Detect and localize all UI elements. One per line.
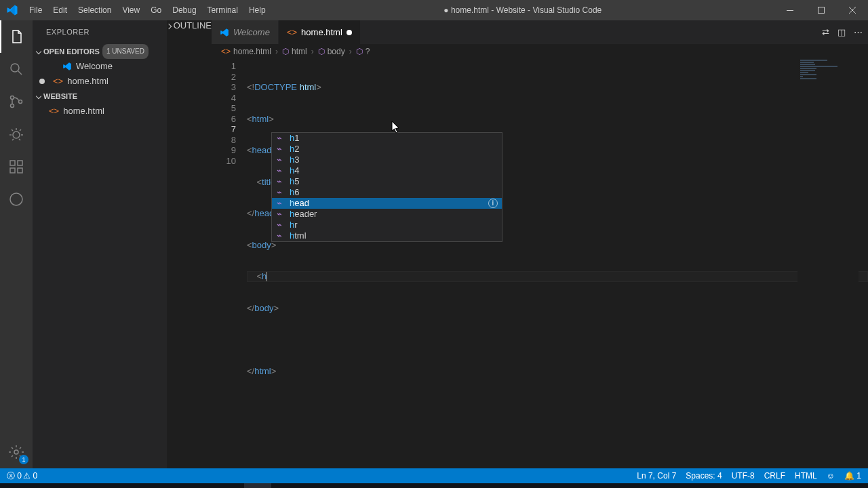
window-controls (774, 0, 868, 20)
snippet-icon: ⌁ (276, 209, 285, 220)
search-button[interactable] (27, 483, 54, 488)
feedback-icon[interactable]: ☺ (827, 471, 835, 481)
suggest-item[interactable]: ⌁h1 (272, 133, 502, 144)
suggest-item[interactable]: ⌁headi (272, 198, 502, 209)
suggest-item[interactable]: ⌁h6 (272, 187, 502, 198)
outline-header[interactable]: OUTLINE (167, 20, 212, 468)
suggest-item[interactable]: ⌁html (272, 230, 502, 241)
cortana-button[interactable] (54, 483, 81, 488)
activity-bar: 1 (0, 20, 33, 468)
svg-point-3 (11, 96, 14, 100)
edge-icon[interactable]: e (108, 483, 136, 488)
errors-indicator[interactable]: ⓧ 0 (7, 470, 22, 482)
breadcrumbs[interactable]: <>home.html › ⬡html › ⬡body › ⬡? (212, 44, 868, 59)
svg-rect-1 (818, 7, 825, 14)
debug-icon[interactable] (0, 118, 33, 150)
tab-welcome[interactable]: Welcome (212, 20, 279, 44)
workspace-header[interactable]: WEBSITE (33, 89, 167, 104)
suggest-widget[interactable]: ⌁h1 ⌁h2 ⌁h3 ⌁h4 ⌁h5 ⌁h6 ⌁headi ⌁header ⌁… (271, 132, 502, 242)
menu-help[interactable]: Help (243, 0, 271, 20)
vscode-taskbar-icon[interactable] (244, 483, 271, 488)
split-editor-icon[interactable]: ◫ (837, 27, 846, 37)
svg-rect-0 (787, 10, 793, 11)
maximize-button[interactable] (806, 0, 837, 20)
menu-bar: File Edit Selection View Go Debug Termin… (24, 0, 271, 20)
sidebar: EXPLORER OPEN EDITORS 1 UNSAVED Welcome … (33, 20, 167, 468)
suggest-item[interactable]: ⌁h3 (272, 155, 502, 165)
menu-terminal[interactable]: Terminal (202, 0, 243, 20)
editor-group: Welcome <> home.html ⇄ ◫ ⋯ <>home.html ›… (212, 20, 868, 468)
editor-tabs: Welcome <> home.html ⇄ ◫ ⋯ (212, 20, 868, 44)
code-content[interactable]: <!DOCTYPE html> <html> <head> <title>Wel… (247, 59, 868, 468)
store-icon[interactable] (163, 483, 190, 488)
menu-go[interactable]: Go (145, 0, 167, 20)
source-control-icon[interactable] (0, 85, 33, 118)
open-editors-header[interactable]: OPEN EDITORS 1 UNSAVED (33, 44, 167, 59)
close-button[interactable] (837, 0, 868, 20)
suggest-item[interactable]: ⌁hr (272, 220, 502, 230)
mail-icon[interactable] (190, 483, 217, 488)
language-mode[interactable]: HTML (795, 471, 817, 481)
compare-icon[interactable]: ⇄ (822, 27, 829, 37)
snippet-icon: ⌁ (276, 230, 285, 241)
windows-taskbar: e ˄ 09:34 20/11/2019 ▭ (0, 483, 868, 488)
html-file-icon: <> (53, 74, 63, 89)
eol[interactable]: CRLF (764, 471, 785, 481)
explorer-icon[interactable] (0, 20, 33, 53)
obs-icon[interactable] (217, 483, 244, 488)
unsaved-badge: 1 UNSAVED (102, 44, 149, 59)
vscode-icon (220, 28, 229, 37)
crumb-file: <>home.html (221, 47, 271, 56)
line-gutter: 12345678910 (212, 59, 247, 468)
suggest-item[interactable]: ⌁h4 (272, 165, 502, 176)
snippet-icon: ⌁ (276, 155, 285, 165)
open-editor-welcome[interactable]: Welcome (33, 59, 167, 74)
settings-gear-icon[interactable]: 1 (0, 436, 33, 468)
snippet-icon: ⌁ (276, 187, 285, 198)
snippet-icon: ⌁ (276, 133, 285, 144)
remote-icon[interactable] (0, 183, 33, 216)
minimize-button[interactable] (774, 0, 806, 20)
tab-home[interactable]: <> home.html (279, 20, 361, 44)
minimap[interactable] (797, 59, 859, 468)
cursor-position[interactable]: Ln 7, Col 7 (637, 471, 676, 481)
dirty-dot-icon (39, 79, 45, 84)
svg-point-5 (19, 100, 22, 104)
sidebar-header: EXPLORER (33, 20, 167, 44)
file-explorer-icon[interactable] (136, 483, 163, 488)
snippet-icon: ⌁ (276, 165, 285, 176)
task-view-button[interactable] (81, 483, 108, 488)
html-file-icon: <> (49, 104, 59, 119)
menu-edit[interactable]: Edit (47, 0, 73, 20)
more-icon[interactable]: ⋯ (854, 27, 863, 37)
suggest-item[interactable]: ⌁h5 (272, 176, 502, 187)
encoding[interactable]: UTF-8 (732, 471, 755, 481)
svg-point-6 (13, 131, 20, 138)
start-button[interactable] (0, 483, 27, 488)
menu-view[interactable]: View (117, 0, 145, 20)
status-bar: ⓧ 0 ⚠ 0 Ln 7, Col 7 Spaces: 4 UTF-8 CRLF… (0, 468, 868, 483)
suggest-item[interactable]: ⌁h2 (272, 144, 502, 155)
crumb-html: ⬡html (282, 47, 307, 56)
code-editor[interactable]: 12345678910 <!DOCTYPE html> <html> <head… (212, 59, 868, 468)
snippet-icon: ⌁ (276, 198, 285, 209)
search-icon[interactable] (0, 53, 33, 85)
vscode-icon (62, 62, 72, 71)
crumb-body: ⬡body (318, 47, 345, 56)
open-editor-home[interactable]: <> home.html (33, 74, 167, 89)
menu-file[interactable]: File (24, 0, 47, 20)
notifications-icon[interactable]: 🔔 1 (844, 471, 861, 481)
extensions-icon[interactable] (0, 150, 33, 183)
warnings-indicator[interactable]: ⚠ 0 (23, 471, 37, 481)
menu-selection[interactable]: Selection (73, 0, 117, 20)
suggest-item[interactable]: ⌁header (272, 209, 502, 220)
workspace-file-home[interactable]: <> home.html (33, 104, 167, 119)
menu-debug[interactable]: Debug (167, 0, 201, 20)
snippet-icon: ⌁ (276, 220, 285, 230)
indentation[interactable]: Spaces: 4 (686, 471, 722, 481)
html-file-icon: <> (287, 27, 297, 37)
dirty-dot-icon (347, 30, 352, 35)
settings-badge: 1 (19, 455, 28, 464)
info-icon[interactable]: i (488, 199, 498, 208)
snippet-icon: ⌁ (276, 144, 285, 155)
